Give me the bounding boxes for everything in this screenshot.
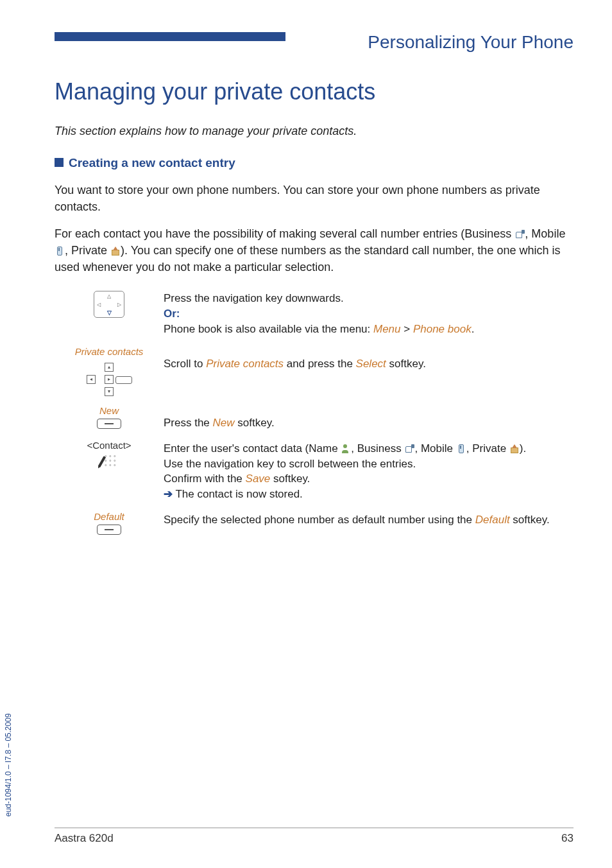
default-a: Specify the selected phone number as def… (164, 514, 475, 526)
step-contact-icon-col: <Contact> ∘∘∘∘∘∘∘∘∘ (55, 440, 164, 469)
step-nav-text: Press the navigation key downwards. Or: … (164, 290, 574, 336)
new-a: Press the (164, 417, 213, 429)
private-icon (110, 247, 121, 256)
nav-select-icon: ▴ ◂▸ ▾ (87, 360, 132, 396)
page-header: Personalizing Your Phone (55, 32, 574, 53)
document-id-side: eud-1094/1.0 – I7.8 – 05.2009 (4, 713, 13, 817)
step-default-text: Specify the selected phone number as def… (164, 511, 574, 528)
nav-line1: Press the navigation key downwards. (164, 292, 344, 304)
mobile-icon (456, 444, 466, 453)
step-contact-label: <Contact> (55, 440, 164, 451)
subheading-text: Creating a new contact entry (69, 156, 235, 169)
softkey-icon (97, 525, 121, 535)
nav-gt: > (401, 323, 413, 335)
nav-phonebook: Phone book (413, 323, 472, 335)
navigation-key-icon: △▽◁▷ (94, 291, 124, 318)
step-default-icon-col: Default (55, 511, 164, 537)
private-b: and press the (284, 358, 355, 370)
page-footer: Aastra 620d 63 (55, 828, 574, 845)
contact-3b: softkey. (270, 473, 310, 485)
contact-1c: , Mobile (414, 442, 455, 455)
intro-text: This section explains how to manage your… (55, 125, 574, 138)
contact-line4: The contact is now stored. (173, 488, 303, 500)
step-private-text: Scroll to Private contacts and press the… (164, 346, 574, 372)
main-heading: Managing your private contacts (55, 78, 574, 105)
nav-dot: . (472, 323, 475, 335)
contact-line2: Use the navigation key to scroll between… (164, 458, 416, 470)
step-default-label: Default (55, 511, 164, 522)
header-bar (55, 32, 285, 41)
contact-1a: Enter the user's contact data (Name (164, 442, 341, 455)
softkey-icon (97, 419, 121, 429)
para2-post: ). You can specify one of these numbers … (55, 244, 560, 273)
step-contact-text: Enter the user's contact data (Name , Bu… (164, 440, 574, 502)
para2-pre: For each contact you have the possibilit… (55, 227, 514, 240)
paragraph-1: You want to store your own phone numbers… (55, 182, 574, 215)
name-icon (341, 444, 351, 453)
default-orange: Default (475, 514, 510, 526)
step-new: New Press the New softkey. (55, 405, 574, 431)
steps-list: △▽◁▷ Press the navigation key downwards.… (55, 290, 574, 537)
new-b: softkey. (235, 417, 275, 429)
private-select: Select (356, 358, 386, 370)
footer-model: Aastra 620d (55, 832, 114, 845)
step-new-label: New (55, 405, 164, 416)
nav-menu: Menu (373, 323, 401, 335)
private-orange: Private contacts (206, 358, 284, 370)
step-new-text: Press the New softkey. (164, 405, 574, 431)
step-private-icon-col: Private contacts ▴ ◂▸ ▾ (55, 346, 164, 396)
private-a: Scroll to (164, 358, 206, 370)
step-nav: △▽◁▷ Press the navigation key downwards.… (55, 290, 574, 336)
subheading: Creating a new contact entry (55, 156, 574, 170)
step-private-label: Private contacts (55, 346, 164, 357)
paragraph-2: For each contact you have the possibilit… (55, 225, 574, 275)
mobile-icon (55, 247, 65, 256)
private-c: softkey. (386, 358, 426, 370)
step-nav-icon-col: △▽◁▷ (55, 290, 164, 320)
business-icon (514, 230, 525, 239)
bullet-square-icon (55, 158, 64, 167)
contact-save: Save (246, 473, 271, 485)
step-private: Private contacts ▴ ◂▸ ▾ Scroll to Privat… (55, 346, 574, 396)
para2-mid2: , Private (65, 244, 110, 257)
step-new-icon-col: New (55, 405, 164, 431)
default-b: softkey. (510, 514, 550, 526)
edit-pen-icon: ∘∘∘∘∘∘∘∘∘ (101, 453, 117, 467)
new-orange: New (213, 417, 235, 429)
contact-1e: ). (520, 442, 526, 455)
contact-1b: , Business (351, 442, 404, 455)
contact-1d: , Private (466, 442, 509, 455)
nav-line2a: Phone book is also available via the men… (164, 323, 373, 335)
private-icon (509, 444, 520, 453)
contact-3a: Confirm with the (164, 473, 246, 485)
step-contact: <Contact> ∘∘∘∘∘∘∘∘∘ Enter the user's con… (55, 440, 574, 502)
footer-page-number: 63 (561, 832, 574, 845)
nav-or: Or: (164, 308, 180, 320)
para2-mid1: , Mobile (525, 227, 565, 240)
business-icon (404, 444, 414, 453)
step-default: Default Specify the selected phone numbe… (55, 511, 574, 537)
arrow-icon: ➔ (164, 488, 173, 500)
